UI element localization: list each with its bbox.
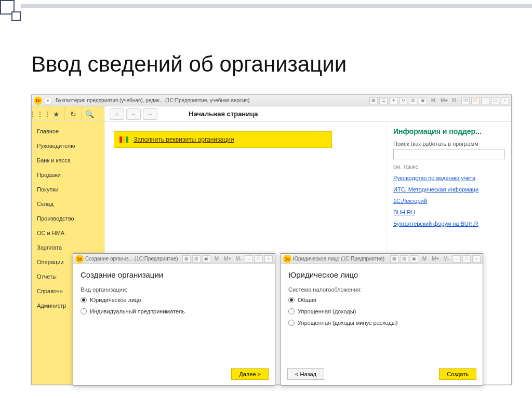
radio-label: Индивидуальный предприниматель [90, 308, 185, 314]
radio-label: Упрощенная (доходы минус расходы) [298, 320, 397, 326]
next-button[interactable]: Далее > [231, 368, 269, 380]
fill-org-banner: Заполнить реквизиты организации [114, 131, 332, 148]
radio-icon[interactable] [288, 320, 295, 326]
back-button[interactable]: < Назад [287, 368, 324, 380]
radio-label: Юридическое лицо [90, 297, 141, 303]
sidebar-item-manager[interactable]: Руководителю [32, 139, 104, 153]
radio-tax-general[interactable]: Общая [288, 297, 475, 303]
radio-icon[interactable] [288, 308, 295, 314]
sidebar-item-warehouse[interactable]: Склад [32, 197, 104, 211]
main-titlebar: 1c ▾ Бухгалтерия предприятия (учебная), … [32, 95, 511, 106]
radio-label: Упрощенная (доходы) [298, 308, 356, 314]
fill-org-link[interactable]: Заполнить реквизиты организации [134, 136, 234, 143]
dialog1-heading: Создание организации [81, 270, 268, 279]
radio-icon[interactable] [81, 308, 87, 314]
memory-mminus[interactable]: M- [450, 97, 460, 104]
window-maximize[interactable]: □ [462, 255, 471, 263]
calc-icon[interactable]: ▥ [400, 255, 408, 263]
history-icon[interactable]: ↻ [65, 106, 82, 122]
memory-mplus[interactable]: M+ [440, 97, 449, 104]
calc-icon[interactable]: ▥ [409, 97, 417, 104]
home-button[interactable]: ⌂ [110, 108, 124, 120]
info-icon[interactable]: ⓘ [471, 97, 480, 104]
create-button[interactable]: Создать [439, 368, 476, 380]
radio-label: Общая [298, 297, 316, 303]
memory-mminus[interactable]: M- [234, 255, 243, 263]
window-close[interactable]: × [501, 97, 509, 104]
help-link[interactable]: BUH.RU [393, 209, 505, 215]
sidebar-item-assets[interactable]: ОС и НМА [32, 226, 104, 240]
radio-icon[interactable] [81, 297, 87, 303]
window-minimize[interactable]: – [481, 97, 489, 104]
tool-icon[interactable]: ▣ [410, 255, 418, 263]
see-also-label: см. также [393, 163, 505, 170]
nav-back[interactable]: ← [126, 108, 141, 120]
dialog2-field-label: Система налогообложения: [288, 286, 475, 293]
memory-mminus[interactable]: M- [442, 255, 451, 263]
sidebar-item-bank[interactable]: Банк и касса [32, 153, 104, 168]
window-maximize[interactable]: □ [491, 97, 499, 104]
nav-forward[interactable]: → [143, 108, 157, 120]
tool-icon[interactable]: ▣ [419, 97, 427, 104]
radio-individual[interactable]: Индивидуальный предприниматель [81, 308, 268, 314]
search-input[interactable] [393, 149, 505, 159]
help-link[interactable]: Руководство по ведению учета [393, 175, 505, 181]
slide-title: Ввод сведений об организации [31, 52, 347, 77]
help-link[interactable]: Бухгалтерский форум на BUH.R [393, 221, 505, 227]
app-1c-icon: 1c [75, 255, 84, 263]
radio-tax-simplified-diff[interactable]: Упрощенная (доходы минус расходы) [288, 320, 475, 326]
window-title: Бухгалтерия предприятия (учебная), редак… [56, 98, 249, 103]
calc-icon[interactable]: ▥ [192, 255, 201, 263]
tool-icon[interactable]: ▦ [390, 255, 398, 263]
search-icon[interactable]: 🔍 [82, 106, 98, 122]
dialog1-title: Создание организ... (1С:Предприятие) [85, 256, 178, 262]
dialog-legal-entity: 1c Юридическое лицо (1С:Предприятие) ▦ ▥… [281, 253, 483, 386]
memory-m[interactable]: M [429, 97, 438, 104]
window-minimize[interactable]: – [245, 255, 253, 263]
dialog2-heading: Юридическое лицо [288, 270, 475, 279]
tool-icon[interactable]: ☰ [379, 97, 388, 104]
window-close[interactable]: × [472, 255, 481, 263]
sidebar-item-purchases[interactable]: Покупки [32, 182, 104, 197]
dialog1-field-label: Вид организации: [81, 286, 268, 293]
app-1c-icon: 1c [34, 97, 42, 105]
info-panel-title: Информация и поддер... [393, 127, 505, 135]
traffic-light-icon [119, 136, 128, 143]
dialog2-titlebar: 1c Юридическое лицо (1С:Предприятие) ▦ ▥… [281, 254, 483, 264]
panel-icon[interactable]: ▯▯ [461, 97, 470, 104]
memory-mplus[interactable]: M+ [431, 255, 440, 263]
apps-icon[interactable]: ⋮⋮⋮ [32, 106, 48, 122]
dialog1-titlebar: 1c Создание организ... (1С:Предприятие) … [73, 254, 275, 264]
dialog-create-org: 1c Создание организ... (1С:Предприятие) … [73, 253, 275, 386]
window-minimize[interactable]: – [453, 255, 461, 263]
page-title: Начальная страница [189, 110, 258, 118]
dropdown-icon[interactable]: ▾ [44, 97, 52, 105]
tool-icon[interactable]: ▣ [202, 255, 210, 263]
radio-tax-simplified-income[interactable]: Упрощенная (доходы) [288, 308, 475, 314]
search-label: Поиск (как работать в программ [393, 141, 505, 147]
memory-m[interactable]: M [212, 255, 221, 263]
window-maximize[interactable]: □ [255, 255, 263, 263]
window-close[interactable]: × [264, 255, 273, 263]
help-link[interactable]: ИТС. Методическая информаци [393, 186, 505, 193]
memory-mplus[interactable]: M+ [223, 255, 232, 263]
dialog2-title: Юридическое лицо (1С:Предприятие) [293, 256, 384, 262]
sidebar-item-main[interactable]: Главное [32, 124, 104, 139]
memory-m[interactable]: M [420, 255, 429, 263]
history-icon[interactable]: ↻ [399, 97, 407, 104]
star-icon[interactable]: ★ [389, 97, 397, 104]
favorites-icon[interactable]: ★ [48, 106, 65, 122]
tool-icon[interactable]: ▦ [369, 97, 378, 104]
toolbar: ⋮⋮⋮ ★ ↻ 🔍 ⌂ ← → Начальная страница [32, 106, 511, 122]
radio-legal-entity[interactable]: Юридическое лицо [81, 297, 268, 303]
sidebar-item-salary[interactable]: Зарплата [32, 240, 104, 255]
sidebar-item-production[interactable]: Производство [32, 211, 104, 226]
radio-icon[interactable] [288, 297, 295, 303]
tool-icon[interactable]: ▦ [182, 255, 191, 263]
sidebar-item-sales[interactable]: Продажи [32, 168, 104, 182]
help-link[interactable]: 1С:Лекторий [393, 198, 505, 204]
app-1c-icon: 1c [283, 255, 291, 263]
